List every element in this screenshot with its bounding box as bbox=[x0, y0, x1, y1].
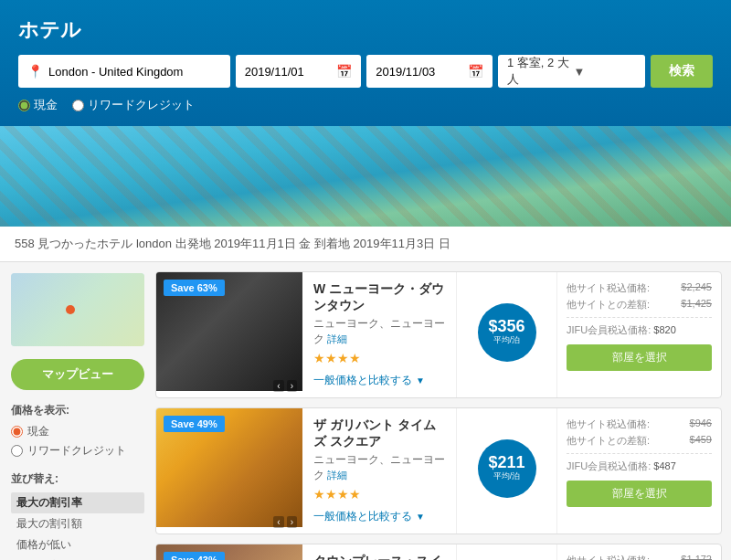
hotel-detail-link[interactable]: 詳細 bbox=[327, 333, 347, 344]
price-cash-radio[interactable] bbox=[11, 426, 23, 438]
save-badge: Save 63% bbox=[164, 280, 225, 296]
sidebar: マップビュー 価格を表示: 現金 リワードクレジット 並び替え: 最大の割引率最… bbox=[0, 262, 155, 560]
compare-prices-link[interactable]: 一般価格と比較する ▼ bbox=[313, 373, 445, 388]
search-button[interactable]: 検索 bbox=[651, 55, 713, 88]
price-badge: $356 平均/泊 bbox=[478, 303, 536, 362]
other-site-section: 他サイト税込価格: $2,245 他サイトとの差額: $1,425 JIFU会員… bbox=[556, 272, 721, 397]
compare-prices-link[interactable]: 一般価格と比較する ▼ bbox=[313, 509, 445, 524]
pin-icon: 📍 bbox=[27, 64, 43, 79]
header: ホテル 📍 📅 📅 1 客室, 2 大人 ▼ 検索 現金 リワードクレジット bbox=[0, 0, 731, 126]
other-site-tax-row: 他サイト税込価格: $1,172 bbox=[567, 554, 712, 560]
hotel-name: タウンプレース・スイート・ニューヨーク・マンハッタン/タイムズスクエア bbox=[313, 554, 445, 560]
results-count: 558 見つかったホテル london 出発地 2019年11月1日 金 到着地… bbox=[15, 237, 450, 250]
price-unit: 平均/泊 bbox=[493, 334, 521, 346]
hotel-detail-link[interactable]: 詳細 bbox=[327, 470, 347, 481]
map-view-button[interactable]: マップビュー bbox=[11, 359, 144, 390]
price-divider bbox=[567, 453, 712, 454]
guests-field[interactable]: 1 客室, 2 大人 ▼ bbox=[498, 55, 645, 88]
reward-radio[interactable] bbox=[72, 100, 84, 111]
next-image-arrow[interactable]: › bbox=[287, 380, 297, 392]
prev-image-arrow[interactable]: ‹ bbox=[273, 380, 283, 392]
checkin-calendar-icon: 📅 bbox=[336, 64, 352, 79]
member-price-value: $820 bbox=[653, 324, 675, 335]
price-amount: $356 bbox=[488, 318, 524, 334]
results-bar: 558 見つかったホテル london 出発地 2019年11月1日 金 到着地… bbox=[0, 227, 731, 262]
other-site-diff-label: 他サイトとの差額: bbox=[567, 434, 650, 448]
other-site-tax-row: 他サイト税込価格: $946 bbox=[567, 417, 712, 431]
sort-option[interactable]: 価格が高い bbox=[11, 555, 144, 560]
price-section: $356 平均/泊 bbox=[456, 272, 556, 397]
other-site-tax-label: 他サイト税込価格: bbox=[567, 554, 650, 560]
hotel-location: ニューヨーク、ニューヨーク 詳細 bbox=[313, 316, 445, 347]
sort-option[interactable]: 価格が低い bbox=[11, 534, 144, 555]
save-badge: Save 43% bbox=[164, 552, 225, 560]
other-site-tax-label: 他サイト税込価格: bbox=[567, 281, 650, 295]
member-price-label: JIFU会員税込価格: bbox=[567, 324, 651, 335]
member-price-row: JIFU会員税込価格: $487 bbox=[567, 460, 712, 473]
hotel-info: タウンプレース・スイート・ニューヨーク・マンハッタン/タイムズスクエア ニューヨ… bbox=[302, 544, 456, 560]
checkout-input[interactable] bbox=[376, 65, 462, 79]
sort-option[interactable]: 最大の割引率 bbox=[11, 492, 144, 513]
hotel-image-wrap: Save 43% ‹ › bbox=[156, 544, 302, 560]
other-site-diff-value: $459 bbox=[690, 434, 712, 448]
price-reward-radio[interactable] bbox=[11, 445, 23, 457]
hotel-card: Save 49% ‹ › ザ ガリバント タイムズ スクエア ニューヨーク、ニュ… bbox=[155, 407, 722, 534]
cash-option[interactable]: 現金 bbox=[18, 97, 58, 113]
compare-chevron-icon: ▼ bbox=[416, 375, 425, 386]
hotel-location: ニューヨーク、ニューヨーク 詳細 bbox=[313, 452, 445, 483]
other-site-tax-value: $1,172 bbox=[681, 554, 712, 560]
hotel-name: ザ ガリバント タイムズ スクエア bbox=[313, 417, 445, 450]
reward-option[interactable]: リワードクレジット bbox=[72, 97, 195, 113]
price-display-label: 価格を表示: bbox=[11, 403, 144, 418]
sort-label: 並び替え: bbox=[11, 471, 144, 487]
hotel-info: W ニューヨーク・ダウンタウン ニューヨーク、ニューヨーク 詳細 ★★★★ 一般… bbox=[302, 272, 456, 397]
compare-chevron-icon: ▼ bbox=[416, 512, 425, 522]
member-price-value: $487 bbox=[653, 460, 675, 471]
next-image-arrow[interactable]: › bbox=[287, 516, 297, 528]
sort-section: 並び替え: 最大の割引率最大の割引額価格が低い価格が高い評価:低から高評価:高か… bbox=[11, 471, 144, 560]
page-title: ホテル bbox=[18, 16, 713, 44]
other-site-diff-label: 他サイトとの差額: bbox=[567, 298, 650, 312]
guests-value: 1 客室, 2 大人 bbox=[507, 55, 570, 88]
sort-list: 最大の割引率最大の割引額価格が低い価格が高い評価:低から高評価:高から低ホテル名 bbox=[11, 492, 144, 560]
checkin-field[interactable]: 📅 bbox=[236, 55, 362, 88]
other-site-section: 他サイト税込価格: $946 他サイトとの差額: $459 JIFU会員税込価格… bbox=[556, 408, 721, 534]
main-layout: マップビュー 価格を表示: 現金 リワードクレジット 並び替え: 最大の割引率最… bbox=[0, 262, 731, 560]
hotel-card: Save 43% ‹ › タウンプレース・スイート・ニューヨーク・マンハッタン/… bbox=[155, 544, 722, 560]
map-dot bbox=[66, 305, 75, 314]
hero-image bbox=[0, 126, 731, 227]
member-price-row: JIFU会員税込価格: $820 bbox=[567, 323, 712, 337]
search-bar: 📍 📅 📅 1 客室, 2 大人 ▼ 検索 bbox=[18, 55, 713, 88]
price-section: $291 平均/泊 bbox=[456, 544, 556, 560]
price-cash-option[interactable]: 現金 bbox=[11, 424, 144, 439]
other-site-tax-value: $946 bbox=[690, 417, 712, 431]
location-input[interactable] bbox=[48, 65, 221, 79]
hotel-card: Save 63% ‹ › W ニューヨーク・ダウンタウン ニューヨーク、ニューヨ… bbox=[155, 271, 722, 398]
member-price-label: JIFU会員税込価格: bbox=[567, 460, 651, 471]
price-unit: 平均/泊 bbox=[493, 470, 521, 482]
other-site-tax-value: $2,245 bbox=[681, 281, 712, 295]
other-site-section: 他サイト税込価格: $1,172 他サイトとの差額: $506 JIFU会員税込… bbox=[556, 544, 721, 560]
other-site-diff-row: 他サイトとの差額: $1,425 bbox=[567, 298, 712, 312]
checkin-input[interactable] bbox=[245, 65, 332, 79]
guests-chevron-icon: ▼ bbox=[573, 65, 636, 79]
price-display-section: 価格を表示: 現金 リワードクレジット bbox=[11, 403, 144, 459]
sort-option[interactable]: 最大の割引額 bbox=[11, 513, 144, 534]
price-amount: $211 bbox=[488, 454, 524, 470]
location-field[interactable]: 📍 bbox=[18, 55, 230, 88]
other-site-diff-row: 他サイトとの差額: $459 bbox=[567, 434, 712, 448]
checkout-field[interactable]: 📅 bbox=[366, 55, 493, 88]
select-room-button[interactable]: 部屋を選択 bbox=[567, 344, 712, 371]
select-room-button[interactable]: 部屋を選択 bbox=[567, 481, 712, 507]
hotel-info: ザ ガリバント タイムズ スクエア ニューヨーク、ニューヨーク 詳細 ★★★★ … bbox=[302, 408, 456, 534]
save-badge: Save 49% bbox=[164, 416, 225, 432]
map-preview bbox=[11, 273, 144, 346]
price-reward-option[interactable]: リワードクレジット bbox=[11, 443, 144, 459]
cash-radio[interactable] bbox=[18, 100, 30, 111]
image-nav: ‹ › bbox=[273, 380, 297, 392]
hotel-name: W ニューヨーク・ダウンタウン bbox=[313, 281, 445, 314]
payment-options: 現金 リワードクレジット bbox=[18, 97, 713, 113]
price-badge: $211 平均/泊 bbox=[478, 439, 536, 498]
prev-image-arrow[interactable]: ‹ bbox=[273, 516, 283, 528]
other-site-tax-row: 他サイト税込価格: $2,245 bbox=[567, 281, 712, 295]
